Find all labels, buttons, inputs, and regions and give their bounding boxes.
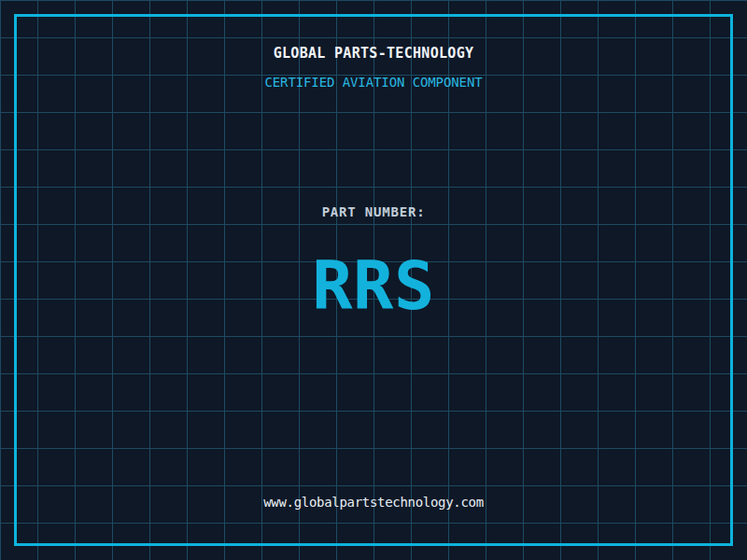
part-number-value: RRS <box>0 252 747 319</box>
certification-subtitle: CERTIFIED AVIATION COMPONENT <box>0 75 747 90</box>
part-number-label: PART NUMBER: <box>0 204 747 219</box>
website-url: www.globalpartstechnology.com <box>0 495 747 510</box>
company-title: GLOBAL PARTS-TECHNOLOGY <box>0 45 747 62</box>
